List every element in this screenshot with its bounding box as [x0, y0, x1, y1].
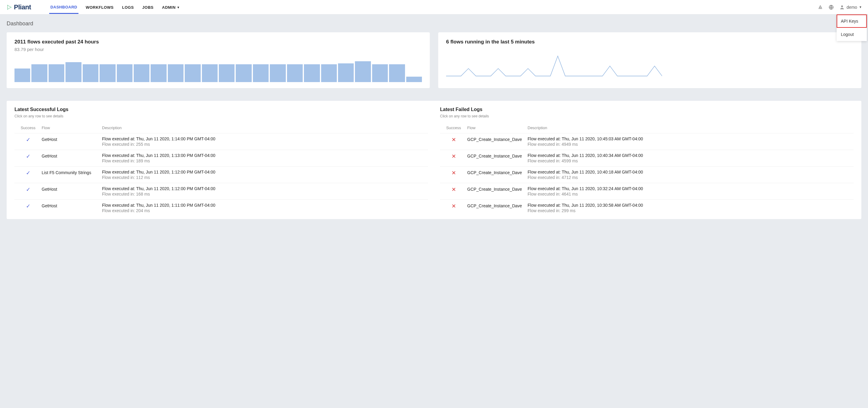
- row-desc: Flow executed at: Thu, Jun 11 2020, 10:4…: [528, 169, 854, 180]
- bar: [100, 64, 115, 82]
- row-flow: GetHost: [42, 153, 102, 158]
- bar: [372, 64, 388, 82]
- menu-api-keys[interactable]: API Keys: [837, 14, 867, 28]
- row-desc: Flow executed at: Thu, Jun 11 2020, 10:4…: [528, 153, 854, 163]
- row-flow: GCP_Create_Instance_Dave: [467, 153, 528, 158]
- page-title: Dashboard: [7, 21, 861, 27]
- nav-logs[interactable]: LOGS: [121, 1, 135, 14]
- bar: [406, 77, 422, 82]
- row-desc: Flow executed at: Thu, Jun 11 2020, 1:12…: [102, 169, 428, 180]
- bar: [287, 64, 303, 82]
- failed-rows: ✕GCP_Create_Instance_DaveFlow executed a…: [440, 133, 854, 216]
- table-row[interactable]: ✕GCP_Create_Instance_DaveFlow executed a…: [440, 199, 854, 216]
- check-icon: ✓: [14, 169, 42, 176]
- user-name: demo: [846, 5, 857, 10]
- user-menu[interactable]: demo ▼: [839, 4, 862, 10]
- row-desc: Flow executed at: Thu, Jun 11 2020, 1:11…: [102, 203, 428, 213]
- globe-icon[interactable]: [829, 4, 834, 10]
- table-row[interactable]: ✕GCP_Create_Instance_DaveFlow executed a…: [440, 166, 854, 183]
- check-icon: ✓: [14, 136, 42, 143]
- table-row[interactable]: ✕GCP_Create_Instance_DaveFlow executed a…: [440, 150, 854, 166]
- flows-running-card: 6 flows running in the last 5 minutes: [438, 32, 861, 88]
- nav: DASHBOARD WORKFLOWS LOGS JOBS ADMIN ▼: [49, 1, 181, 14]
- bar: [83, 64, 98, 82]
- row-flow: List F5 Community Strings: [42, 169, 102, 175]
- nav-dashboard[interactable]: DASHBOARD: [49, 1, 79, 14]
- user-icon: [839, 4, 845, 10]
- col-flow: Flow: [467, 126, 528, 130]
- topbar: Pliant DASHBOARD WORKFLOWS LOGS JOBS ADM…: [0, 0, 868, 14]
- logs-row: Latest Successful Logs Click on any row …: [14, 107, 854, 216]
- bar: [389, 64, 405, 82]
- nav-jobs[interactable]: JOBS: [141, 1, 155, 14]
- row-flow: GCP_Create_Instance_Dave: [467, 203, 528, 208]
- x-icon: ✕: [440, 169, 467, 176]
- table-row[interactable]: ✓GetHostFlow executed at: Thu, Jun 11 20…: [14, 150, 428, 166]
- running-line-chart: [446, 50, 662, 77]
- failed-logs-header: Latest Failed Logs: [440, 107, 854, 112]
- col-desc: Description: [528, 126, 854, 130]
- row-flow: GetHost: [42, 203, 102, 208]
- page: Dashboard 2011 flows executed past 24 ho…: [0, 14, 868, 225]
- row-desc: Flow executed at: Thu, Jun 11 2020, 10:4…: [528, 136, 854, 147]
- bar: [253, 64, 269, 82]
- flows-bar-chart: [14, 57, 422, 82]
- svg-point-1: [841, 5, 843, 7]
- bar: [338, 63, 354, 82]
- user-dropdown: API Keys Logout: [837, 14, 867, 41]
- table-row[interactable]: ✕GCP_Create_Instance_DaveFlow executed a…: [440, 133, 854, 150]
- bar: [304, 64, 320, 82]
- menu-logout[interactable]: Logout: [837, 28, 867, 41]
- bar: [117, 64, 132, 82]
- x-icon: ✕: [440, 203, 467, 210]
- chevron-down-icon: ▼: [859, 5, 862, 9]
- check-icon: ✓: [14, 203, 42, 210]
- success-rows: ✓GetHostFlow executed at: Thu, Jun 11 20…: [14, 133, 428, 216]
- nav-workflows[interactable]: WORKFLOWS: [85, 1, 115, 14]
- x-icon: ✕: [440, 186, 467, 193]
- table-row[interactable]: ✓GetHostFlow executed at: Thu, Jun 11 20…: [14, 183, 428, 199]
- bar: [134, 64, 149, 82]
- x-icon: ✕: [440, 136, 467, 143]
- check-icon: ✓: [14, 186, 42, 193]
- flows-card-sub: 83.79 per hour: [14, 47, 422, 52]
- col-success: Success: [440, 126, 467, 130]
- table-row[interactable]: ✓GetHostFlow executed at: Thu, Jun 11 20…: [14, 199, 428, 216]
- success-logs-hint: Click on any row to see details: [14, 114, 428, 118]
- nav-admin-label: ADMIN: [162, 5, 176, 10]
- row-desc: Flow executed at: Thu, Jun 11 2020, 1:14…: [102, 136, 428, 147]
- success-table-head: Success Flow Description: [14, 124, 428, 133]
- row-desc: Flow executed at: Thu, Jun 11 2020, 10:3…: [528, 203, 854, 213]
- table-row[interactable]: ✕GCP_Create_Instance_DaveFlow executed a…: [440, 183, 854, 199]
- cards-row: 2011 flows executed past 24 hours 83.79 …: [7, 32, 861, 88]
- row-flow: GetHost: [42, 136, 102, 142]
- success-logs-header: Latest Successful Logs: [14, 107, 428, 112]
- failed-logs: Latest Failed Logs Click on any row to s…: [440, 107, 854, 216]
- theme-icon[interactable]: [817, 4, 823, 10]
- bar: [49, 64, 64, 82]
- row-flow: GetHost: [42, 186, 102, 192]
- col-flow: Flow: [42, 126, 102, 130]
- chevron-down-icon: ▼: [177, 6, 180, 9]
- x-icon: ✕: [440, 153, 467, 160]
- bar: [321, 64, 337, 82]
- logs-card: Latest Successful Logs Click on any row …: [7, 101, 861, 219]
- row-desc: Flow executed at: Thu, Jun 11 2020, 1:12…: [102, 186, 428, 196]
- table-row[interactable]: ✓List F5 Community StringsFlow executed …: [14, 166, 428, 183]
- failed-table-head: Success Flow Description: [440, 124, 854, 133]
- top-right: demo ▼: [817, 4, 862, 10]
- logo[interactable]: Pliant: [6, 3, 31, 11]
- brand-name: Pliant: [14, 3, 31, 11]
- row-desc: Flow executed at: Thu, Jun 11 2020, 1:13…: [102, 153, 428, 163]
- row-flow: GCP_Create_Instance_Dave: [467, 186, 528, 192]
- flows-executed-card: 2011 flows executed past 24 hours 83.79 …: [7, 32, 430, 88]
- bar: [65, 62, 81, 82]
- nav-admin[interactable]: ADMIN ▼: [161, 1, 181, 14]
- bar: [202, 64, 218, 82]
- bar: [355, 61, 371, 82]
- col-success: Success: [14, 126, 42, 130]
- row-flow: GCP_Create_Instance_Dave: [467, 169, 528, 175]
- table-row[interactable]: ✓GetHostFlow executed at: Thu, Jun 11 20…: [14, 133, 428, 150]
- bar: [270, 64, 285, 82]
- bar: [185, 64, 200, 82]
